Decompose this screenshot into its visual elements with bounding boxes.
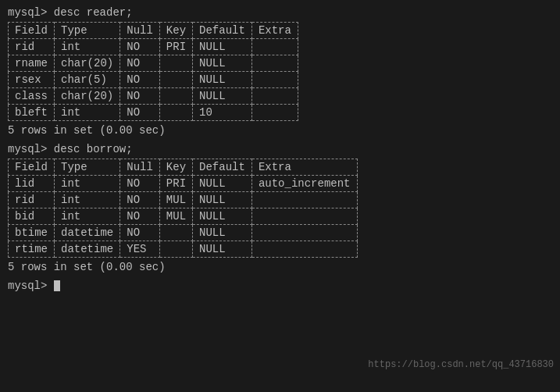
cursor [54, 280, 60, 291]
col-header: Field [9, 23, 55, 39]
col-header: Null [120, 23, 160, 39]
table-cell [251, 72, 298, 88]
table-cell: NO [120, 176, 160, 192]
table-cell: NULL [193, 225, 252, 241]
col-header: Type [55, 159, 120, 176]
table-cell: NO [120, 105, 160, 121]
table-cell: NULL [193, 55, 252, 72]
table-cell [251, 208, 357, 225]
table-row: ridintNOMULNULL [9, 192, 358, 208]
table-cell: rsex [9, 72, 55, 88]
table-cell: NO [120, 208, 160, 225]
table-reader-container: FieldTypeNullKeyDefaultExtra ridintNOPRI… [8, 22, 552, 121]
table-cell [251, 225, 357, 241]
table-row: rnamechar(20)NONULL [9, 55, 298, 72]
table-cell [159, 72, 192, 88]
table-cell: int [55, 105, 120, 121]
table-cell: NULL [193, 176, 252, 192]
table-cell: NO [120, 225, 160, 241]
table-row: rsexchar(5)NONULL [9, 72, 298, 88]
col-header: Extra [251, 159, 357, 176]
watermark: https://blog.csdn.net/qq_43716830 [368, 359, 554, 370]
table-row: lidintNOPRINULLauto_increment [9, 176, 358, 192]
table-cell: bid [9, 208, 55, 225]
table-cell: int [55, 208, 120, 225]
table-cell: rid [9, 192, 55, 208]
table-cell [159, 225, 192, 241]
col-header: Extra [251, 23, 298, 39]
col-header: Default [193, 159, 252, 176]
table-cell [159, 55, 192, 72]
table-cell [251, 88, 298, 105]
prompt-2: mysql> desc borrow; [8, 143, 552, 155]
col-header: Key [159, 159, 192, 176]
table-cell: 10 [193, 105, 252, 121]
table-cell: NO [120, 55, 160, 72]
table-cell: datetime [55, 225, 120, 241]
table-cell: rname [9, 55, 55, 72]
table-cell: NULL [193, 208, 252, 225]
col-header: Field [9, 159, 55, 176]
table-cell [159, 88, 192, 105]
table-cell: char(5) [55, 72, 120, 88]
table-cell: PRI [159, 39, 192, 55]
table-cell: auto_increment [251, 176, 357, 192]
final-prompt-line: mysql> [8, 280, 552, 292]
table-cell: int [55, 192, 120, 208]
table-cell: lid [9, 176, 55, 192]
col-header: Default [193, 23, 252, 39]
table-cell [159, 241, 192, 258]
table-cell: btime [9, 225, 55, 241]
table-row: bidintNOMULNULL [9, 208, 358, 225]
table-cell: MUL [159, 192, 192, 208]
table-cell: int [55, 39, 120, 55]
table-cell [251, 192, 357, 208]
table-cell [159, 105, 192, 121]
table-cell: int [55, 176, 120, 192]
borrow-table: FieldTypeNullKeyDefaultExtra lidintNOPRI… [8, 159, 358, 258]
table-cell: NO [120, 192, 160, 208]
table-cell: bleft [9, 105, 55, 121]
table-cell [251, 39, 298, 55]
table-cell: rid [9, 39, 55, 55]
table-cell: YES [120, 241, 160, 258]
table-cell: NO [120, 72, 160, 88]
table-row: bleftintNO10 [9, 105, 298, 121]
table-cell: NO [120, 39, 160, 55]
table-cell: NULL [193, 88, 252, 105]
table-cell: NULL [193, 241, 252, 258]
table-row: rtimedatetimeYESNULL [9, 241, 358, 258]
final-prompt-text: mysql> [8, 280, 54, 292]
table-row: classchar(20)NONULL [9, 88, 298, 105]
table-cell [251, 105, 298, 121]
table-cell: datetime [55, 241, 120, 258]
table-cell: NULL [193, 72, 252, 88]
table-cell: class [9, 88, 55, 105]
borrow-rowcount: 5 rows in set (0.00 sec) [8, 261, 552, 273]
table-cell: MUL [159, 208, 192, 225]
table-cell: NULL [193, 39, 252, 55]
reader-rowcount: 5 rows in set (0.00 sec) [8, 124, 552, 137]
table-cell [251, 241, 357, 258]
table-cell: NULL [193, 192, 252, 208]
reader-table: FieldTypeNullKeyDefaultExtra ridintNOPRI… [8, 22, 298, 121]
col-header: Key [159, 23, 192, 39]
col-header: Type [55, 23, 120, 39]
table-cell: char(20) [55, 88, 120, 105]
table-cell [251, 55, 298, 72]
table-cell: NO [120, 88, 160, 105]
table-borrow-container: FieldTypeNullKeyDefaultExtra lidintNOPRI… [8, 159, 552, 258]
table-row: btimedatetimeNONULL [9, 225, 358, 241]
table-row: ridintNOPRINULL [9, 39, 298, 55]
col-header: Null [120, 159, 160, 176]
table-cell: rtime [9, 241, 55, 258]
table-cell: char(20) [55, 55, 120, 72]
prompt-1: mysql> desc reader; [8, 6, 552, 19]
table-cell: PRI [159, 176, 192, 192]
